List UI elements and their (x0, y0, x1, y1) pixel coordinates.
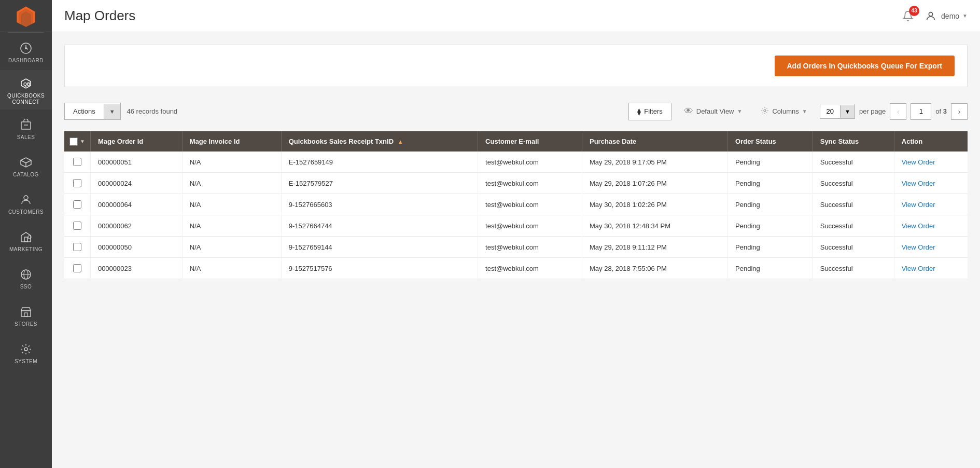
row-customer-email: test@webkul.com (478, 258, 582, 279)
row-qb-txn-id: 9-1527659144 (281, 237, 478, 258)
add-orders-button[interactable]: Add Orders In Quickbooks Queue For Expor… (775, 56, 955, 76)
svg-line-12 (21, 160, 26, 163)
topbar: Map Orders 43 demo (52, 0, 980, 32)
view-order-link[interactable]: View Order (902, 243, 935, 251)
table-header-purchase-date: Purchase Date (582, 131, 728, 152)
select-all-arrow-icon[interactable]: ▼ (80, 139, 85, 144)
actions-dropdown[interactable]: Actions ▼ (64, 103, 121, 120)
sso-icon (19, 267, 33, 282)
row-purchase-date: May 29, 2018 1:07:26 PM (582, 173, 728, 194)
sidebar-item-dashboard[interactable]: DASHBOARD (0, 33, 52, 70)
row-order-status: Pending (728, 152, 813, 173)
row-mage-order-id: 000000051 (90, 152, 182, 173)
row-checkbox[interactable] (73, 179, 81, 187)
row-mage-invoice-id: N/A (182, 258, 281, 279)
sidebar-item-catalog[interactable]: CATALOG (0, 147, 52, 184)
sidebar-item-system[interactable]: SYSTEM (0, 334, 52, 371)
view-order-link[interactable]: View Order (902, 180, 935, 187)
table-row: 000000023 N/A 9-1527517576 test@webkul.c… (64, 258, 968, 279)
table-row: 000000024 N/A E-1527579527 test@webkul.c… (64, 173, 968, 194)
default-view-label: Default View (696, 107, 734, 115)
table-row: 000000050 N/A 9-1527659144 test@webkul.c… (64, 237, 968, 258)
user-menu[interactable]: demo ▼ (923, 9, 968, 23)
marketing-svg (20, 231, 32, 243)
row-checkbox[interactable] (73, 243, 81, 251)
gear-icon (761, 106, 769, 116)
default-view-dropdown[interactable]: 👁 Default View ▼ (678, 102, 749, 121)
row-purchase-date: May 30, 2018 1:02:26 PM (582, 194, 728, 215)
row-checkbox[interactable] (73, 264, 81, 272)
default-view-chevron-icon: ▼ (737, 108, 743, 114)
svg-rect-7 (21, 122, 31, 129)
per-page-select[interactable]: 20 ▼ (820, 104, 855, 119)
svg-point-4 (25, 47, 27, 49)
view-order-link[interactable]: View Order (902, 201, 935, 209)
filters-label: Filters (644, 107, 662, 115)
sidebar-item-marketing[interactable]: MARKETING (0, 222, 52, 259)
sync-status-label: Sync Status (820, 137, 859, 145)
dashboard-svg (20, 42, 32, 54)
customer-email-label: Customer E-mail (485, 137, 539, 145)
row-mage-invoice-id: N/A (182, 215, 281, 237)
sidebar-item-sso[interactable]: SSO (0, 259, 52, 296)
gear-svg (761, 106, 769, 115)
user-avatar-icon (923, 9, 938, 23)
svg-text:QB: QB (23, 81, 31, 87)
columns-label: Columns (772, 107, 799, 115)
row-mage-order-id: 000000050 (90, 237, 182, 258)
view-order-link[interactable]: View Order (902, 158, 935, 166)
columns-dropdown[interactable]: Columns ▼ (754, 102, 813, 120)
sso-svg (20, 268, 32, 281)
sidebar-item-quickbooks-connect[interactable]: QB QUICKBOOKS CONNECT (0, 70, 52, 109)
svg-rect-19 (21, 311, 31, 316)
row-checkbox[interactable] (73, 200, 81, 209)
sidebar-item-system-label: SYSTEM (15, 359, 37, 365)
toolbar-left: Actions ▼ 46 records found (64, 103, 177, 120)
row-order-status: Pending (728, 173, 813, 194)
row-action: View Order (894, 258, 968, 279)
sidebar-item-customers[interactable]: CUSTOMERS (0, 184, 52, 222)
row-action: View Order (894, 173, 968, 194)
actions-dropdown-arrow-icon: ▼ (104, 104, 120, 119)
dashboard-icon (19, 41, 33, 56)
svg-point-22 (24, 348, 27, 351)
view-order-link[interactable]: View Order (902, 222, 935, 230)
next-page-button[interactable]: › (951, 103, 968, 120)
table-header-sync-status: Sync Status (813, 131, 894, 152)
select-all-checkbox[interactable] (69, 137, 78, 146)
customers-icon (19, 192, 33, 207)
notification-badge: 43 (909, 6, 919, 16)
sidebar-item-stores[interactable]: STORES (0, 296, 52, 334)
notification-bell[interactable]: 43 (901, 9, 915, 23)
row-sync-status: Successful (813, 194, 894, 215)
row-qb-txn-id: 9-1527664744 (281, 215, 478, 237)
sidebar: DASHBOARD QB QUICKBOOKS CONNECT SALES (0, 0, 52, 468)
sidebar-item-sales-label: SALES (17, 134, 35, 141)
row-mage-invoice-id: N/A (182, 237, 281, 258)
per-page-label: per page (859, 107, 886, 115)
row-qb-txn-id: E-1527659149 (281, 152, 478, 173)
page-of: of 3 (935, 107, 947, 115)
svg-point-23 (929, 12, 932, 16)
actions-label: Actions (65, 103, 104, 119)
table-header-qb-txn-id[interactable]: Quickbooks Sales Receipt TxnID ▲ (281, 131, 478, 152)
table-header-order-status: Order Status (728, 131, 813, 152)
page-number-input[interactable] (911, 103, 931, 120)
prev-page-button[interactable]: ‹ (890, 103, 906, 120)
row-action: View Order (894, 152, 968, 173)
svg-line-11 (26, 160, 31, 163)
sidebar-item-customers-label: CUSTOMERS (8, 209, 44, 215)
table-header-customer-email: Customer E-mail (478, 131, 582, 152)
row-checkbox-cell (64, 194, 90, 215)
sidebar-item-sales[interactable]: SALES (0, 109, 52, 147)
row-mage-order-id: 000000024 (90, 173, 182, 194)
user-svg (925, 10, 936, 22)
filters-button[interactable]: ⧫ Filters (628, 103, 671, 120)
table-row: 000000051 N/A E-1527659149 test@webkul.c… (64, 152, 968, 173)
table-header-mage-invoice-id: Mage Invoice Id (182, 131, 281, 152)
row-sync-status: Successful (813, 173, 894, 194)
row-customer-email: test@webkul.com (478, 173, 582, 194)
row-checkbox[interactable] (73, 158, 81, 166)
view-order-link[interactable]: View Order (902, 265, 935, 272)
row-checkbox[interactable] (73, 222, 81, 230)
